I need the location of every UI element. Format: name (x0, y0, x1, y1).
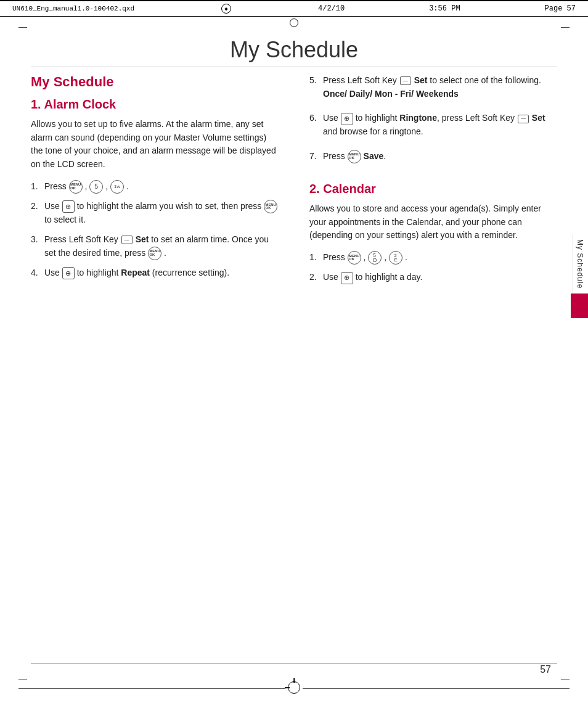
subsection2-title: 2. Calendar (309, 182, 557, 196)
bottom-crosshair-icon (288, 681, 300, 694)
header-filename: UN610_Eng_manual1.0-100402.qxd (12, 5, 134, 12)
page-number: 57 (540, 664, 551, 675)
cal-step-1: 1. Press MENUOK , 5D , 2E . (309, 251, 557, 265)
step-6-number: 6. (309, 112, 321, 125)
icon-w-1: 1W (110, 180, 124, 194)
sidebar-tab-bar (571, 293, 588, 318)
cal-step-2-content: Use ⊕ to highlight a day. (323, 271, 557, 284)
header-date: 4/2/10 (318, 4, 345, 13)
main-content: My Schedule 1. Alarm Clock Allows you to… (31, 74, 557, 657)
menu-ok-icon-c1: MENUOK (348, 251, 361, 265)
menu-ok-icon-7: MENUOK (348, 150, 361, 163)
step-1: 1. Press MENUOK , 5 , 1W . (31, 180, 279, 194)
menu-ok-icon-1: MENUOK (69, 180, 83, 194)
icon-2e-c1: 2E (389, 251, 402, 265)
corner-mark-tl: — (18, 22, 27, 32)
step-7: 7. Press MENUOK Save. (309, 150, 557, 163)
title-divider (31, 67, 557, 67)
top-crosshair-icon (290, 18, 298, 27)
step-3-content: Press Left Soft Key — Set to set an alar… (44, 233, 279, 260)
sidebar-tab-label: My Schedule (573, 234, 587, 293)
corner-mark-bl: — (18, 674, 27, 684)
left-column: My Schedule 1. Alarm Clock Allows you to… (31, 74, 285, 657)
step-4-number: 4. (31, 266, 42, 280)
menu-ok-icon-2: MENUOK (264, 200, 277, 213)
soft-key-icon-6: — (518, 115, 529, 123)
header-page: Page 57 (545, 4, 576, 13)
sidebar-tab: My Schedule (571, 234, 588, 318)
step-6: 6. Use ⊕ to highlight Ringtone, press Le… (309, 112, 557, 138)
step-2-number: 2. (31, 200, 42, 213)
nav-icon-c2: ⊕ (341, 272, 353, 284)
nav-icon-4: ⊕ (62, 267, 75, 279)
cal-step-2-number: 2. (309, 271, 321, 284)
nav-icon-6: ⊕ (341, 113, 353, 125)
step-6-content: Use ⊕ to highlight Ringtone, press Left … (323, 112, 557, 138)
section-title: My Schedule (31, 74, 279, 90)
step-2: 2. Use ⊕ to highlight the alarm you wish… (31, 200, 279, 227)
corner-mark-tr: — (561, 22, 570, 32)
cal-step-1-content: Press MENUOK , 5D , 2E . (323, 251, 557, 265)
step-1-content: Press MENUOK , 5 , 1W . (44, 180, 279, 194)
step-7-content: Press MENUOK Save. (323, 150, 557, 163)
page-title: My Schedule (0, 37, 588, 63)
step-3-number: 3. (31, 233, 42, 247)
nav-icon-2: ⊕ (62, 200, 75, 213)
soft-key-icon-5: — (400, 76, 411, 85)
subsection1-description: Allows you to set up to five alarms. At … (31, 118, 279, 171)
header-bar: UN610_Eng_manual1.0-100402.qxd ◆ 4/2/10 … (0, 0, 588, 17)
header-circle-icon: ◆ (221, 4, 231, 14)
icon-5-1: 5 (89, 180, 103, 194)
soft-key-icon-3: — (121, 236, 133, 244)
step-4-content: Use ⊕ to highlight Repeat (recurrence se… (44, 266, 279, 280)
step-3: 3. Press Left Soft Key — Set to set an a… (31, 233, 279, 260)
icon-d-c1: 5D (368, 251, 382, 265)
bottom-line-right (303, 688, 570, 689)
step-2-content: Use ⊕ to highlight the alarm you wish to… (44, 200, 279, 227)
step-5-number: 5. (309, 74, 321, 88)
header-time: 3:56 PM (429, 4, 460, 13)
subsection2-description: Allows you to store and access your agen… (309, 202, 557, 242)
right-column: 5. Press Left Soft Key — Set to select o… (303, 74, 557, 657)
step-4: 4. Use ⊕ to highlight Repeat (recurrence… (31, 266, 279, 280)
menu-ok-icon-3: MENUOK (148, 247, 161, 260)
step-5-content: Press Left Soft Key — Set to select one … (323, 74, 557, 101)
step-5: 5. Press Left Soft Key — Set to select o… (309, 74, 557, 101)
cal-step-1-number: 1. (309, 251, 321, 265)
subsection1-title: 1. Alarm Clock (31, 97, 279, 112)
step-7-number: 7. (309, 150, 321, 163)
corner-mark-br: — (561, 674, 570, 684)
bottom-line-left (18, 688, 285, 689)
bottom-divider (31, 663, 557, 664)
step-1-number: 1. (31, 180, 42, 194)
cal-step-2: 2. Use ⊕ to highlight a day. (309, 271, 557, 284)
